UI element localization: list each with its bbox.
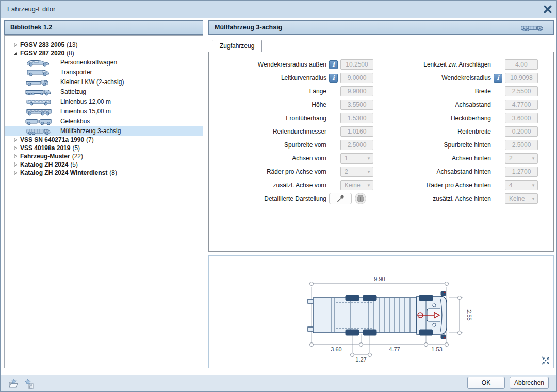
save-favorite-icon[interactable] [23, 378, 35, 389]
heckueberhang-field[interactable]: 3.6000 [505, 113, 538, 123]
form-column-left: Wendekreisradius außen i 10.2500 Leitkur… [217, 58, 373, 205]
achsabstand-field[interactable]: 4.7700 [505, 100, 538, 110]
detail-toggle-button[interactable] [355, 193, 366, 204]
field-label: Räder pro Achse vorn [217, 168, 329, 175]
fit-view-icon[interactable] [541, 356, 550, 365]
form-row: Räder pro Achse hinten 4 ▾ [382, 178, 538, 192]
tree-item-kleiner-lkw[interactable]: Kleiner LKW (2-achsig) [5, 77, 203, 87]
field-label: Achsen vorn [217, 155, 329, 162]
close-icon[interactable] [544, 5, 552, 13]
field-label: Reifendurchmesser [217, 128, 329, 135]
wendekreisradius-field[interactable]: 10.9098 [505, 73, 538, 83]
pipette-icon [336, 194, 345, 203]
chevron-right-icon[interactable] [13, 42, 18, 47]
long-bus-icon [24, 107, 54, 116]
hoehe-field[interactable]: 3.5500 [340, 100, 373, 110]
vehicle-form-panel: Wendekreisradius außen i 10.2500 Leitkur… [208, 52, 554, 252]
achsabstand-hinten-field[interactable]: 1.2700 [505, 167, 538, 177]
breite-field[interactable]: 2.5500 [505, 86, 538, 96]
chevron-down-icon: ▾ [529, 154, 537, 163]
chevron-right-icon[interactable] [13, 137, 18, 142]
open-favorite-folder-icon[interactable] [8, 378, 19, 389]
reifendurchmesser-field[interactable]: 1.0160 [340, 126, 373, 137]
tree-item-fahrzeug-muster[interactable]: Fahrzeug-Muster (22) [5, 152, 203, 160]
field-label: Detaillierte Darstellung [217, 195, 329, 202]
field-label: Achsen hinten [382, 155, 494, 162]
form-row: zusätzl. Achse vorn Keine ▾ [217, 178, 373, 192]
ok-button[interactable]: OK [467, 377, 505, 389]
tab-zugfahrzeug[interactable]: Zugfahrzeug [212, 40, 262, 52]
form-row: Wendekreisradius außen i 10.2500 [217, 58, 373, 71]
info-icon[interactable]: i [494, 74, 502, 83]
tree-item-sattelzug[interactable]: Sattelzug [5, 87, 203, 96]
field-label: Hecküberhang [382, 115, 494, 122]
zusaetzl-achse-vorn-select[interactable]: Keine ▾ [340, 180, 373, 190]
form-row: Lenkzeit zw. Anschlägen 4.00 [382, 58, 538, 71]
form-row: Achsabstand hinten 1.2700 [382, 165, 538, 178]
tree-item-fgsv-287[interactable]: FGSV 287 2020 (8) [5, 49, 203, 57]
lenkzeit-field[interactable]: 4.00 [505, 59, 538, 70]
form-row: Räder pro Achse vorn 2 ▾ [217, 165, 373, 178]
tree-item-linienbus-12[interactable]: Linienbus 12,00 m [5, 96, 203, 106]
garbage-truck-icon [24, 126, 54, 136]
tree-item-katalog-zh-2024[interactable]: Katalog ZH 2024 (5) [5, 160, 203, 169]
field-label: Breite [382, 88, 494, 95]
wendekreisradius-aussen-field[interactable]: 10.2500 [340, 59, 373, 70]
vehicle-plan-drawing: 9.90 3.60 4.77 1.53 1.27 2.55 [209, 256, 553, 368]
field-label: Achsabstand [382, 101, 494, 108]
field-label: Länge [217, 88, 329, 95]
zusaetzl-achse-hinten-select[interactable]: Keine ▾ [505, 193, 538, 204]
tree-item-linienbus-15[interactable]: Linienbus 15,00 m [5, 106, 203, 116]
library-panel-header: Bibliothek 1.2 [4, 20, 203, 35]
dim-wheelbase: 4.77 [389, 346, 400, 352]
small-truck-icon [24, 77, 54, 87]
info-icon[interactable]: i [329, 74, 338, 83]
form-row: Leitkurvenradius i 9.0000 [217, 71, 373, 85]
toggle-circle-icon [357, 195, 364, 202]
dim-rear-overhang: 3.60 [331, 346, 341, 352]
chevron-down-icon: ▾ [365, 154, 373, 163]
form-row: Achsabstand 4.7700 [382, 98, 538, 111]
form-column-right: Lenkzeit zw. Anschlägen 4.00 Wendekreisr… [382, 58, 538, 205]
van-icon [24, 68, 54, 77]
field-label: Lenkzeit zw. Anschlägen [382, 61, 494, 68]
chevron-right-icon[interactable] [13, 154, 18, 159]
laenge-field[interactable]: 9.9000 [340, 86, 373, 96]
frontueberhang-field[interactable]: 1.5300 [340, 113, 373, 123]
form-row: Breite 2.5500 [382, 85, 538, 98]
library-panel-title: Bibliothek 1.2 [10, 24, 52, 31]
tree-item-vss-40198a[interactable]: VSS 40198a 2019 (5) [5, 144, 203, 152]
field-label: Wendekreisradius außen [217, 61, 329, 68]
raeder-pro-achse-vorn-select[interactable]: 2 ▾ [340, 167, 373, 177]
leitkurvenradius-field[interactable]: 9.0000 [340, 73, 373, 83]
field-label: Achsabstand hinten [382, 168, 494, 175]
raeder-pro-achse-hinten-select[interactable]: 4 ▾ [505, 180, 538, 190]
detail-style-button[interactable] [329, 193, 352, 204]
tree-item-katalog-zh-2024-winterdienst[interactable]: Katalog ZH 2024 Winterdienst (8) [5, 169, 203, 177]
garbage-truck-icon [519, 22, 546, 34]
info-icon[interactable]: i [329, 60, 338, 69]
chevron-down-icon: ▾ [365, 167, 373, 176]
chevron-down-icon: ▾ [529, 194, 537, 203]
tree-item-fgsv-283[interactable]: FGSV 283 2005 (13) [5, 41, 203, 49]
spurbreite-vorn-field[interactable]: 2.5000 [340, 140, 373, 150]
spurbreite-hinten-field[interactable]: 2.5000 [505, 140, 538, 150]
cancel-button[interactable]: Abbrechen [510, 377, 549, 389]
chevron-right-icon[interactable] [13, 170, 18, 175]
tree-item-transporter[interactable]: Transporter [5, 67, 203, 77]
reifenbreite-field[interactable]: 0.2000 [505, 126, 538, 137]
chevron-right-icon[interactable] [13, 162, 18, 167]
chevron-expanded-icon[interactable] [13, 51, 18, 56]
field-label: Reifenbreite [382, 128, 494, 135]
fahrzeug-editor-dialog: { "window": { "title": "Fahrzeug-Editor"… [0, 0, 557, 392]
car-icon [24, 58, 54, 67]
form-row: Spurbreite hinten 2.5000 [382, 138, 538, 152]
tree-item-vss-sn-640271a[interactable]: VSS SN 640271a 1990 (7) [5, 136, 203, 144]
achsen-vorn-select[interactable]: 1 ▾ [340, 153, 373, 164]
tree-item-muellfahrzeug[interactable]: Müllfahrzeug 3-achsig [5, 126, 203, 136]
tree-item-personenkraftwagen[interactable]: Personenkraftwagen [5, 57, 203, 67]
chevron-right-icon[interactable] [13, 145, 18, 151]
dim-width: 2.55 [466, 309, 472, 320]
tree-item-gelenkbus[interactable]: Gelenkbus [5, 116, 203, 126]
achsen-hinten-select[interactable]: 2 ▾ [505, 153, 538, 164]
